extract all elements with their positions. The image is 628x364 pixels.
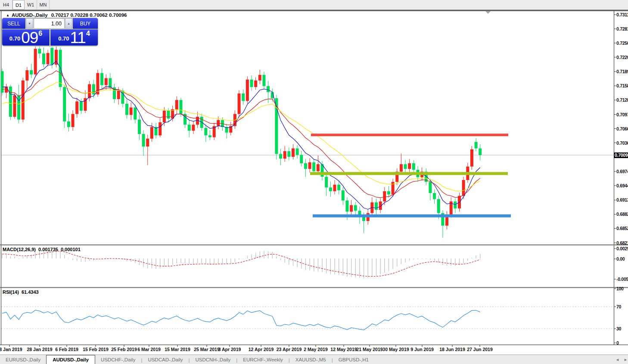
chart-ohlc-values: 0.70217 0.70228 0.70062 0.70096	[51, 12, 127, 18]
macd-signal-line	[2, 251, 480, 277]
chart-canvas[interactable]	[0, 0, 628, 364]
rsi-axis-label: 30	[616, 326, 621, 331]
price-axis-label: 0.70970	[616, 112, 628, 117]
volume-increase-button[interactable]: ▲	[65, 18, 72, 29]
macd-axis-label: 0.00	[616, 256, 625, 261]
date-axis-label: 27 Jun 2019	[467, 347, 493, 352]
rsi-indicator-label: RSI(14) 61.4343	[3, 289, 39, 295]
rsi-axis-label: 100	[616, 286, 624, 291]
spin-up-icon: ▲	[67, 22, 70, 25]
date-axis-label: 18 Jan 2019	[0, 347, 22, 352]
macd-axis-label: -0.00525	[616, 277, 628, 282]
price-axis-label: 0.71890	[616, 69, 628, 74]
rsi-value: 61.4343	[22, 289, 39, 295]
price-axis-label: 0.71585	[616, 83, 628, 88]
middle-line[interactable]	[310, 172, 508, 175]
buy-price-pip-digit: 4	[86, 30, 90, 37]
rsi-axis-label: 0	[616, 340, 619, 345]
sell-button[interactable]: SELL	[2, 18, 25, 29]
macd-histogram	[2, 249, 480, 278]
price-axis-label: 0.73115	[616, 12, 628, 17]
price-axis-label: 0.72200	[616, 55, 628, 60]
buy-price-panel[interactable]: 0.70 11 4	[50, 29, 98, 46]
sell-price-pip-digit: 6	[38, 30, 42, 37]
date-axis-label: 2 May 2019	[304, 347, 327, 352]
price-axis-label: 0.72810	[616, 26, 628, 31]
price-axis-label: 0.68210	[616, 240, 628, 246]
chart-shift-triangle-icon[interactable]	[485, 11, 491, 14]
spin-down-icon: ▼	[28, 22, 31, 25]
date-axis-label: 3 Apr 2019	[218, 347, 241, 352]
volume-decrease-button[interactable]: ▼	[26, 18, 33, 29]
macd-axis-label: 0.002984	[616, 246, 628, 251]
date-axis-label: 9 Jun 2019	[410, 347, 434, 352]
date-axis-label: 28 Jan 2019	[27, 347, 53, 352]
sell-price-big-digits: 09	[21, 31, 38, 44]
support-line[interactable]	[313, 215, 511, 218]
price-axis-label: 0.70665	[616, 126, 628, 131]
price-axis-label: 0.68520	[616, 226, 628, 231]
date-axis-label: 12 May 2019	[330, 347, 357, 352]
price-axis-label: 0.71280	[616, 97, 628, 103]
price-axis-label: 0.69130	[616, 197, 628, 202]
buy-price-prefix: 0.70	[58, 35, 69, 42]
rsi-name: RSI(14)	[3, 289, 19, 295]
date-axis-label: 25 Mar 2019	[194, 347, 220, 352]
date-axis-label: 15 Feb 2019	[83, 347, 109, 352]
macd-indicator-label: MACD(12,26,9) 0.001735 0.000101	[3, 247, 81, 252]
mt4-window: H4D1W1MN ▲ AUDUSD-,Daily 0.70217 0.70228…	[0, 0, 628, 364]
sell-price-panel[interactable]: 0.70 09 6	[2, 29, 50, 46]
chart-title: ▲ AUDUSD-,Daily 0.70217 0.70228 0.70062 …	[6, 12, 127, 18]
macd-name: MACD(12,26,9)	[3, 247, 36, 252]
sell-price-prefix: 0.70	[9, 35, 20, 42]
date-axis-label: 30 May 2019	[382, 347, 409, 352]
price-axis-label: 0.70360	[616, 140, 628, 146]
macd-signal-value: 0.000101	[61, 247, 81, 252]
rsi-axis-label: 70	[616, 304, 621, 309]
date-axis-label: 6 Feb 2019	[55, 347, 78, 352]
buy-button[interactable]: BUY	[73, 18, 98, 29]
volume-input[interactable]: 1.00	[34, 18, 65, 29]
resistance-line[interactable]	[311, 134, 508, 136]
price-axis-label: 0.72505	[616, 40, 628, 46]
date-axis-label: 6 Mar 2019	[137, 347, 161, 352]
date-axis-label: 12 Apr 2019	[249, 347, 274, 352]
rsi-line	[2, 310, 480, 330]
price-axis-label: 0.69440	[616, 183, 628, 188]
date-axis-label: 18 Jun 2019	[439, 347, 465, 352]
current-price-badge: 0.70096	[614, 152, 628, 158]
date-axis-label: 21 May 2019	[356, 347, 382, 352]
chart-symbol-label: AUDUSD-,Daily	[12, 12, 48, 18]
one-click-trading-panel: SELL ▼ 1.00 ▲ BUY 0.70 09 6 0.70 11 4	[2, 18, 98, 46]
macd-value: 0.001735	[38, 247, 58, 252]
date-axis-label: 25 Feb 2019	[111, 347, 137, 352]
collapse-triangle-icon[interactable]: ▲	[6, 13, 9, 17]
candles[interactable]	[1, 42, 482, 238]
buy-price-big-digits: 11	[70, 31, 85, 44]
price-axis-label: 0.68825	[616, 212, 628, 217]
date-axis-label: 23 Apr 2019	[277, 347, 302, 352]
price-axis-label: 0.69745	[616, 169, 628, 174]
date-axis-label: 15 Mar 2019	[165, 347, 190, 352]
